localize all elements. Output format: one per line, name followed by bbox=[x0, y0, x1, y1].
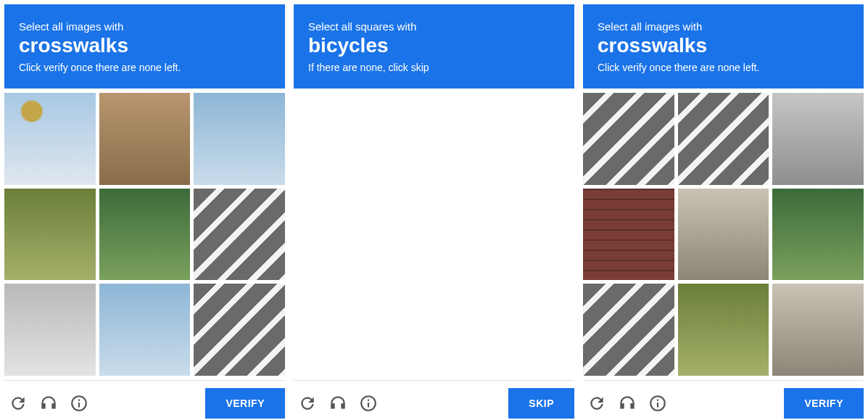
captcha-panel: Select all images with crosswalks Click … bbox=[4, 4, 285, 420]
image-tile[interactable] bbox=[4, 284, 96, 376]
image-grid-3x3 bbox=[4, 93, 285, 376]
prompt-line2: Click verify once there are none left. bbox=[598, 62, 849, 73]
prompt-target: crosswalks bbox=[598, 34, 849, 57]
image-tile[interactable] bbox=[194, 93, 285, 185]
headphones-icon[interactable] bbox=[618, 394, 637, 413]
info-icon[interactable] bbox=[70, 394, 88, 413]
headphones-icon[interactable] bbox=[39, 394, 58, 413]
image-tile[interactable] bbox=[583, 93, 674, 185]
image-cell[interactable] bbox=[294, 93, 363, 162]
image-tile[interactable] bbox=[678, 93, 769, 185]
prompt-line2: Click verify once there are none left. bbox=[19, 62, 270, 73]
challenge-header: Select all images with crosswalks Click … bbox=[583, 4, 864, 88]
image-cell[interactable] bbox=[505, 306, 574, 376]
image-cell[interactable] bbox=[364, 306, 433, 376]
image-tile[interactable] bbox=[772, 284, 864, 376]
reload-icon[interactable] bbox=[298, 394, 317, 413]
image-tile[interactable] bbox=[194, 284, 285, 376]
image-tile[interactable] bbox=[772, 189, 864, 281]
image-tile[interactable] bbox=[99, 284, 191, 376]
image-cell[interactable] bbox=[294, 235, 363, 305]
image-cell[interactable] bbox=[505, 93, 574, 162]
image-cell[interactable] bbox=[505, 235, 574, 305]
prompt-target: bicycles bbox=[308, 34, 560, 57]
image-tile[interactable] bbox=[772, 93, 864, 185]
image-cell[interactable] bbox=[435, 93, 504, 162]
reload-icon[interactable] bbox=[587, 394, 606, 413]
captcha-footer: VERIFY bbox=[4, 380, 285, 420]
prompt-target: crosswalks bbox=[19, 34, 270, 57]
skip-button[interactable]: SKIP bbox=[508, 388, 574, 419]
challenge-header: Select all squares with bicycles If ther… bbox=[294, 4, 574, 88]
image-cell[interactable] bbox=[364, 93, 433, 162]
image-tile[interactable] bbox=[678, 284, 769, 376]
image-cell[interactable] bbox=[435, 164, 504, 234]
image-tile[interactable] bbox=[4, 189, 96, 281]
image-tile[interactable] bbox=[194, 189, 285, 281]
info-icon[interactable] bbox=[648, 394, 667, 413]
reload-icon[interactable] bbox=[9, 394, 28, 413]
image-cell[interactable] bbox=[364, 164, 433, 234]
verify-button[interactable]: VERIFY bbox=[205, 388, 285, 419]
image-cell[interactable] bbox=[435, 306, 504, 376]
prompt-line1: Select all images with bbox=[19, 20, 270, 33]
image-tile[interactable] bbox=[583, 189, 674, 281]
image-cell[interactable] bbox=[364, 235, 433, 305]
prompt-line1: Select all squares with bbox=[308, 20, 560, 33]
captcha-footer: VERIFY bbox=[583, 380, 864, 420]
verify-button[interactable]: VERIFY bbox=[784, 388, 864, 419]
image-tile[interactable] bbox=[99, 189, 191, 281]
image-tile[interactable] bbox=[99, 93, 191, 185]
image-grid-4x4 bbox=[294, 93, 574, 376]
prompt-line2: If there are none, click skip bbox=[308, 62, 560, 73]
captcha-footer: SKIP bbox=[294, 380, 574, 420]
image-cell[interactable] bbox=[505, 164, 574, 234]
info-icon[interactable] bbox=[359, 394, 378, 413]
image-cell[interactable] bbox=[294, 164, 363, 234]
footer-icon-row bbox=[294, 394, 378, 413]
image-grid-3x3 bbox=[583, 93, 864, 376]
footer-icon-row bbox=[4, 394, 88, 413]
image-tile[interactable] bbox=[583, 284, 674, 376]
image-cell[interactable] bbox=[294, 306, 363, 376]
prompt-line1: Select all images with bbox=[598, 20, 849, 33]
image-tile[interactable] bbox=[4, 93, 96, 185]
image-tile[interactable] bbox=[678, 189, 769, 281]
headphones-icon[interactable] bbox=[328, 394, 347, 413]
image-cell[interactable] bbox=[435, 235, 504, 305]
captcha-panel: Select all images with crosswalks Click … bbox=[583, 4, 864, 420]
challenge-header: Select all images with crosswalks Click … bbox=[4, 4, 285, 88]
footer-icon-row bbox=[583, 394, 667, 413]
captcha-panel: Select all squares with bicycles If ther… bbox=[294, 4, 574, 420]
